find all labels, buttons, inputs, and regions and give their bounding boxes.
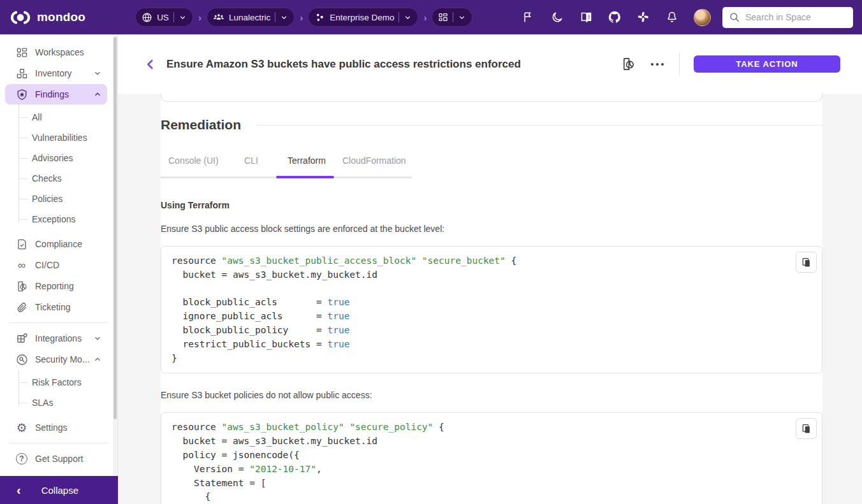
chevron-down-icon[interactable]: [280, 13, 288, 22]
intro-paragraph-2: Ensure S3 bucket policies do not allow p…: [161, 390, 822, 400]
remediation-section-header: Remediation: [161, 117, 822, 133]
help-icon: ?: [15, 452, 28, 465]
dark-mode-icon[interactable]: [550, 10, 564, 24]
sidebar-item-compliance[interactable]: Compliance: [5, 234, 107, 254]
sidebar-item-workspaces[interactable]: Workspaces: [5, 42, 107, 62]
sidebar-item-cicd[interactable]: ∞ CI/CD: [5, 255, 107, 275]
pill-divider: [173, 12, 174, 22]
sidebar-item-label: Security Mo...: [35, 354, 90, 364]
sidebar-item-label: Compliance: [35, 239, 82, 249]
sidebar-item-slas[interactable]: SLAs: [18, 392, 117, 413]
sidebar-item-vulnerabilities[interactable]: Vulnerabilities: [18, 127, 117, 148]
sidebar-item-get-support[interactable]: ? Get Support: [5, 449, 107, 469]
sidebar-item-label: Workspaces: [35, 47, 84, 57]
sidebar-item-settings[interactable]: ⚙ Settings: [5, 417, 107, 438]
docs-book-icon[interactable]: [579, 10, 593, 24]
sidebar-subitem-label: Vulnerabilities: [32, 133, 87, 143]
sidebar-scrollbar[interactable]: [113, 34, 117, 476]
tab-cloudformation[interactable]: CloudFormation: [342, 155, 406, 166]
main-area: Ensure Amazon S3 buckets have public acc…: [118, 34, 862, 504]
sidebar-item-label: Reporting: [35, 281, 74, 291]
chevron-down-icon[interactable]: [404, 13, 412, 22]
tab-cli[interactable]: CLI: [244, 155, 258, 166]
intro-paragraph-1: Ensure S3 public access block settings a…: [161, 224, 822, 234]
chevron-left-icon: [143, 57, 157, 71]
cicd-infinity-icon: ∞: [15, 259, 28, 271]
sidebar-item-reporting[interactable]: Reporting: [5, 276, 107, 296]
code-line: Version = "2012-10-17",: [172, 463, 812, 477]
chevron-up-icon[interactable]: [93, 90, 102, 99]
remediation-tabs: Console (UI) CLI Terraform CloudFormatio…: [161, 152, 822, 178]
region-selector[interactable]: US: [135, 8, 193, 27]
workspaces-icon: [15, 46, 28, 59]
sidebar-item-ticketing[interactable]: Ticketing: [5, 297, 107, 317]
page-title: Ensure Amazon S3 buckets have public acc…: [166, 58, 521, 71]
user-avatar[interactable]: [694, 9, 711, 26]
chevron-down-icon[interactable]: [93, 334, 102, 343]
code-line: {: [172, 490, 812, 504]
chevron-down-icon[interactable]: [179, 13, 187, 22]
security-model-subtree: Risk Factors SLAs: [18, 370, 117, 417]
sidebar-item-label: Settings: [35, 422, 68, 433]
take-action-button[interactable]: TAKE ACTION: [694, 55, 840, 73]
more-menu-button[interactable]: [650, 59, 665, 69]
sidebar-subitem-label: SLAs: [32, 398, 53, 408]
question-mark: ?: [16, 453, 27, 464]
copy-icon: [801, 423, 812, 435]
copy-code-button[interactable]: [796, 418, 817, 439]
search-input[interactable]: [745, 12, 841, 22]
pill-divider: [453, 12, 453, 22]
search-icon: [729, 11, 740, 23]
notifications-bell-icon[interactable]: [665, 10, 679, 24]
code-line: restrict_public_buckets = true: [172, 338, 812, 352]
github-icon[interactable]: [608, 10, 622, 24]
space-selector[interactable]: Enterprise Demo: [308, 8, 418, 27]
region-label: US: [157, 13, 169, 22]
sidebar-item-advisories[interactable]: Advisories: [18, 148, 117, 168]
findings-shield-bug-icon: [15, 88, 28, 101]
integrations-icon: [15, 332, 28, 345]
code-line: bucket = aws_s3_bucket.my_bucket.id: [172, 268, 812, 282]
breadcrumb-separator: ›: [299, 12, 303, 23]
ticketing-paperclip-icon: [15, 301, 28, 313]
tab-console-ui[interactable]: Console (UI): [168, 155, 219, 166]
inventory-icon: [15, 67, 28, 80]
code-line: bucket = aws_s3_bucket.my_bucket.id: [172, 435, 812, 449]
tab-terraform[interactable]: Terraform: [288, 155, 326, 166]
space-search[interactable]: [722, 7, 853, 28]
sidebar-item-inventory[interactable]: Inventory: [5, 63, 107, 83]
compliance-doc-check-icon: [15, 238, 28, 250]
back-button[interactable]: [143, 57, 157, 71]
organization-icon: [213, 11, 224, 23]
sidebar-item-findings[interactable]: Findings: [5, 84, 107, 104]
report-icon[interactable]: [620, 57, 636, 72]
sidebar-subitem-label: All: [32, 112, 42, 122]
collapse-sidebar-button[interactable]: ‹ Collapse: [0, 476, 118, 504]
slack-icon[interactable]: [636, 10, 650, 24]
code-line: }: [172, 352, 812, 366]
sidebar-item-risk-factors[interactable]: Risk Factors: [18, 372, 117, 392]
sidebar-item-integrations[interactable]: Integrations: [5, 328, 107, 349]
sidebar-item-checks[interactable]: Checks: [18, 168, 117, 189]
chevron-down-icon[interactable]: [458, 13, 466, 22]
sidebar-item-exceptions[interactable]: Exceptions: [18, 209, 117, 229]
chevron-up-icon[interactable]: [93, 355, 102, 364]
chevron-down-icon[interactable]: [93, 69, 102, 78]
code-line: block_public_policy = true: [172, 324, 812, 338]
security-model-shield-icon: [15, 353, 28, 366]
sidebar-item-security-model[interactable]: Security Mo...: [5, 349, 107, 370]
sidebar-item-findings-all[interactable]: All: [18, 107, 117, 127]
sidebar-scrollbar-thumb[interactable]: [113, 37, 117, 419]
flag-icon[interactable]: [522, 10, 536, 24]
org-selector[interactable]: Lunalectric: [207, 8, 295, 27]
topbar-actions: [522, 9, 711, 26]
workspace-selector[interactable]: [432, 8, 472, 27]
code-line: policy = jsonencode({: [172, 449, 812, 463]
breadcrumb: US › Lunalectric › Enterprise Demo ›: [135, 8, 472, 27]
mondoo-logo[interactable]: mondoo: [9, 9, 85, 26]
copy-code-button[interactable]: [796, 252, 817, 273]
sidebar-item-label: Findings: [35, 89, 69, 99]
previous-card-bottom: [161, 94, 822, 102]
sidebar-item-label: Integrations: [35, 333, 82, 343]
sidebar-item-policies[interactable]: Policies: [18, 189, 117, 209]
